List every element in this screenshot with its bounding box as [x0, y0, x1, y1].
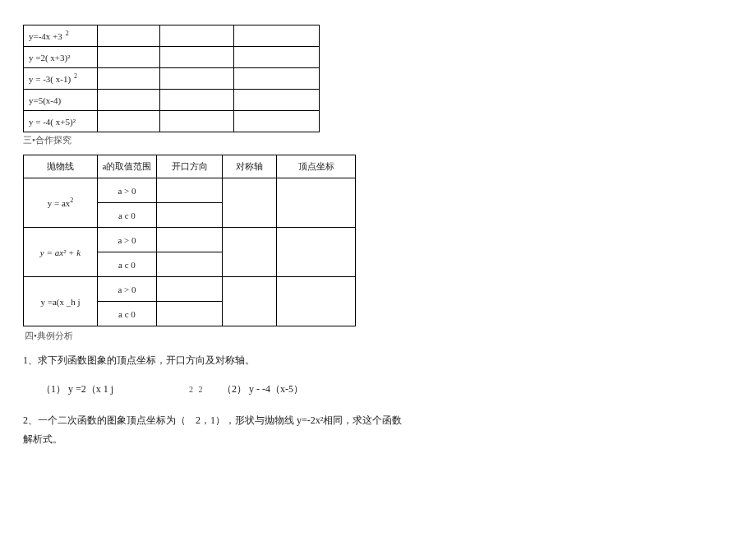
question-1-items: （1） y =2（x 1 j 2 2 （2） y - -4（x-5） — [41, 382, 733, 396]
parabola-summary-table: 抛物线 a的取值范围 开口方向 对称轴 顶点坐标 y = ax2 a > 0 a… — [23, 155, 356, 326]
equations-table: y=-4x +32 y =2( x+3)² y = -3( x-1)2 — [23, 25, 320, 132]
empty-cell — [234, 111, 320, 132]
a-condition: a c 0 — [98, 252, 157, 277]
superscript: 2 — [66, 30, 69, 37]
parabola-form: y = ax² + k — [40, 248, 81, 257]
superscript: 2 — [74, 72, 77, 80]
table-header-row: 抛物线 a的取值范围 开口方向 对称轴 顶点坐标 — [24, 155, 356, 178]
a-condition: a > 0 — [98, 277, 157, 302]
parabola-form: y = ax — [48, 198, 71, 208]
table-row: y = -4( x+5)² — [24, 111, 320, 132]
empty-cell — [157, 178, 223, 203]
equation-cell: y=-4x +3 — [29, 31, 62, 41]
empty-cell — [98, 47, 160, 68]
q1-item1-label: （1） — [41, 383, 66, 395]
col-parabola: 抛物线 — [24, 155, 98, 178]
empty-cell — [234, 68, 320, 90]
q2-line1: 2、一个二次函数的图象顶点坐标为（ 2，1），形状与抛物线 y=-2x²相同，求… — [23, 411, 733, 430]
equation-cell: y = -3( x-1) — [29, 74, 71, 84]
parabola-form: y =a(x _h j — [40, 297, 80, 307]
a-condition: a c 0 — [98, 203, 157, 228]
table-row: y =a(x _h j a > 0 — [24, 277, 356, 302]
equation-cell: y = -4( x+5)² — [29, 117, 76, 127]
table-row: y=-4x +32 — [24, 25, 320, 47]
q2-line2: 解析式。 — [23, 430, 733, 449]
q1-item2-label: （2） — [222, 383, 247, 395]
table-row: y = -3( x-1)2 — [24, 68, 320, 90]
empty-cell — [157, 252, 223, 277]
table-row: y = ax² + k a > 0 — [24, 228, 356, 252]
a-condition: a > 0 — [98, 178, 157, 203]
col-vertex: 顶点坐标 — [277, 155, 356, 178]
empty-cell — [98, 111, 160, 132]
empty-cell — [157, 228, 223, 252]
empty-cell — [223, 178, 277, 228]
empty-cell — [160, 25, 234, 47]
q1-item1-expr: y =2（x 1 j — [68, 383, 113, 395]
empty-cell — [234, 47, 320, 68]
empty-cell — [234, 25, 320, 47]
col-a-range: a的取值范围 — [98, 155, 157, 178]
col-axis: 对称轴 — [223, 155, 277, 178]
empty-cell — [160, 111, 234, 132]
a-condition: a c 0 — [98, 302, 157, 326]
empty-cell — [277, 178, 356, 228]
section-heading-3: 三•合作探究 — [23, 134, 733, 146]
q1-item2-expr: y - -4（x-5） — [249, 383, 303, 395]
empty-cell — [157, 203, 223, 228]
superscript: 2 — [70, 197, 73, 204]
empty-cell — [98, 68, 160, 90]
empty-cell — [277, 228, 356, 277]
empty-cell — [234, 90, 320, 111]
empty-cell — [160, 47, 234, 68]
empty-cell — [157, 302, 223, 326]
col-opening: 开口方向 — [157, 155, 223, 178]
equation-cell: y =2( x+3)² — [29, 53, 71, 62]
empty-cell — [277, 277, 356, 326]
table-row: y = ax2 a > 0 — [24, 178, 356, 203]
empty-cell — [98, 25, 160, 47]
empty-cell — [160, 68, 234, 90]
equation-cell: y=5(x-4) — [29, 95, 61, 105]
empty-cell — [223, 228, 277, 277]
question-1: 1、求下列函数图象的顶点坐标，开口方向及对称轴。 — [23, 354, 733, 368]
q1-mid-exponent: 2 2 — [189, 385, 222, 394]
empty-cell — [157, 277, 223, 302]
empty-cell — [98, 90, 160, 111]
table-row: y=5(x-4) — [24, 90, 320, 111]
table-row: y =2( x+3)² — [24, 47, 320, 68]
empty-cell — [160, 90, 234, 111]
section-heading-4: 四•典例分析 — [25, 330, 733, 342]
a-condition: a > 0 — [98, 228, 157, 252]
question-2: 2、一个二次函数的图象顶点坐标为（ 2，1），形状与抛物线 y=-2x²相同，求… — [23, 411, 733, 449]
empty-cell — [223, 277, 277, 326]
